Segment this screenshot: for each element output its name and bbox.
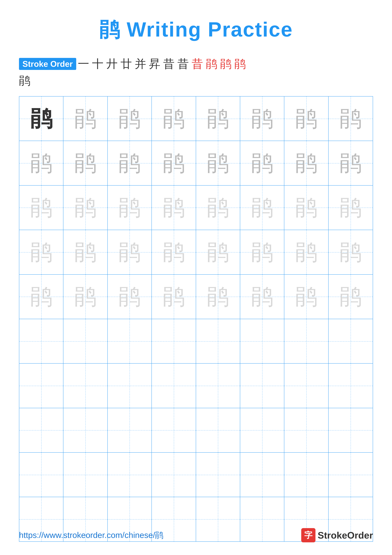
stroke-12: 鹃 bbox=[234, 56, 246, 72]
grid-cell-4-6: 鹃 bbox=[240, 230, 284, 274]
grid-cell-1-7: 鹃 bbox=[284, 96, 328, 141]
grid-cell-4-8: 鹃 bbox=[328, 230, 373, 274]
practice-char-light: 鹃 bbox=[30, 285, 52, 308]
footer-logo-text: StrokeOrder bbox=[318, 530, 373, 541]
grid-cell-9-3 bbox=[108, 453, 152, 497]
grid-cell-6-4 bbox=[152, 319, 196, 363]
grid-cell-8-8 bbox=[328, 408, 373, 452]
grid-cell-9-5 bbox=[196, 453, 240, 497]
grid-cell-1-6: 鹃 bbox=[240, 96, 284, 141]
stroke-10: 鹃 bbox=[206, 56, 217, 72]
grid-cell-8-3 bbox=[108, 408, 152, 452]
practice-grid: 鹃 鹃 鹃 鹃 鹃 鹃 鹃 鹃 鹃 鹃 鹃 鹃 鹃 鹃 鹃 鹃 鹃 鹃 鹃 鹃 … bbox=[19, 96, 373, 542]
grid-cell-3-4: 鹃 bbox=[152, 186, 196, 230]
grid-cell-1-8: 鹃 bbox=[328, 96, 373, 141]
stroke-1: 一 bbox=[78, 56, 89, 72]
grid-cell-2-6: 鹃 bbox=[240, 141, 284, 185]
practice-char-light: 鹃 bbox=[74, 285, 96, 308]
grid-cell-2-1: 鹃 bbox=[19, 141, 64, 185]
grid-cell-9-6 bbox=[240, 453, 284, 497]
grid-cell-6-3 bbox=[108, 319, 152, 363]
grid-cell-1-2: 鹃 bbox=[64, 96, 107, 141]
stroke-3: 廾 bbox=[106, 56, 118, 72]
grid-cell-4-2: 鹃 bbox=[64, 230, 107, 274]
grid-cell-4-3: 鹃 bbox=[108, 230, 152, 274]
page-title: 鹃 Writing Practice bbox=[99, 16, 293, 44]
practice-char-medium: 鹃 bbox=[30, 152, 52, 174]
grid-cell-3-5: 鹃 bbox=[196, 186, 240, 230]
practice-char-light: 鹃 bbox=[340, 241, 362, 263]
grid-cell-5-7: 鹃 bbox=[284, 275, 328, 319]
grid-cell-2-8: 鹃 bbox=[328, 141, 373, 185]
grid-cell-8-6 bbox=[240, 408, 284, 452]
stroke-4: 廿 bbox=[121, 56, 132, 72]
grid-cell-8-4 bbox=[152, 408, 196, 452]
grid-cell-4-7: 鹃 bbox=[284, 230, 328, 274]
grid-row-1: 鹃 鹃 鹃 鹃 鹃 鹃 鹃 鹃 bbox=[19, 96, 373, 141]
practice-char-light: 鹃 bbox=[295, 241, 317, 263]
grid-cell-8-7 bbox=[284, 408, 328, 452]
grid-cell-6-5 bbox=[196, 319, 240, 363]
grid-row-6 bbox=[19, 319, 373, 364]
footer-logo: 字 StrokeOrder bbox=[301, 528, 373, 542]
practice-char-medium: 鹃 bbox=[163, 108, 185, 130]
grid-row-9 bbox=[19, 453, 373, 497]
practice-char-light: 鹃 bbox=[163, 241, 185, 263]
practice-char-medium: 鹃 bbox=[295, 108, 317, 130]
stroke-8: 昔 bbox=[178, 56, 189, 72]
practice-char-dark: 鹃 bbox=[30, 108, 52, 130]
grid-cell-2-4: 鹃 bbox=[152, 141, 196, 185]
grid-cell-2-5: 鹃 bbox=[196, 141, 240, 185]
grid-cell-5-8: 鹃 bbox=[328, 275, 373, 319]
stroke-7: 昔 bbox=[163, 56, 175, 72]
stroke-11: 鹃 bbox=[220, 56, 231, 72]
stroke-2: 十 bbox=[92, 56, 103, 72]
practice-char-light: 鹃 bbox=[74, 197, 96, 219]
grid-cell-8-2 bbox=[64, 408, 107, 452]
practice-char-light: 鹃 bbox=[118, 197, 141, 219]
grid-cell-6-1 bbox=[19, 319, 64, 363]
grid-cell-8-1 bbox=[19, 408, 64, 452]
grid-row-8 bbox=[19, 408, 373, 453]
grid-cell-5-4: 鹃 bbox=[152, 275, 196, 319]
grid-cell-7-3 bbox=[108, 364, 152, 408]
practice-char-light: 鹃 bbox=[163, 285, 185, 308]
stroke-order-chars: 一 十 廾 廿 并 昇 昔 昔 昔 鹃 鹃 鹃 bbox=[78, 56, 246, 72]
grid-row-3: 鹃 鹃 鹃 鹃 鹃 鹃 鹃 鹃 bbox=[19, 186, 373, 230]
grid-cell-5-5: 鹃 bbox=[196, 275, 240, 319]
grid-cell-6-7 bbox=[284, 319, 328, 363]
footer-url[interactable]: https://www.strokeorder.com/chinese/鹃 bbox=[19, 530, 163, 541]
grid-cell-3-7: 鹃 bbox=[284, 186, 328, 230]
practice-char-medium: 鹃 bbox=[340, 108, 362, 130]
grid-row-5: 鹃 鹃 鹃 鹃 鹃 鹃 鹃 鹃 bbox=[19, 275, 373, 319]
grid-cell-9-7 bbox=[284, 453, 328, 497]
grid-cell-1-4: 鹃 bbox=[152, 96, 196, 141]
practice-char-light: 鹃 bbox=[207, 197, 229, 219]
practice-char-light: 鹃 bbox=[163, 197, 185, 219]
practice-char-medium: 鹃 bbox=[74, 152, 96, 174]
practice-char-medium: 鹃 bbox=[340, 152, 362, 174]
practice-char-light: 鹃 bbox=[30, 197, 52, 219]
grid-cell-5-2: 鹃 bbox=[64, 275, 107, 319]
grid-row-2: 鹃 鹃 鹃 鹃 鹃 鹃 鹃 鹃 bbox=[19, 141, 373, 185]
practice-char-light: 鹃 bbox=[340, 285, 362, 308]
practice-char-medium: 鹃 bbox=[251, 108, 273, 130]
grid-cell-1-3: 鹃 bbox=[108, 96, 152, 141]
practice-char-light: 鹃 bbox=[30, 241, 52, 263]
grid-cell-4-4: 鹃 bbox=[152, 230, 196, 274]
grid-cell-5-6: 鹃 bbox=[240, 275, 284, 319]
grid-cell-2-7: 鹃 bbox=[284, 141, 328, 185]
practice-char-medium: 鹃 bbox=[251, 152, 273, 174]
grid-cell-5-3: 鹃 bbox=[108, 275, 152, 319]
practice-char-medium: 鹃 bbox=[118, 108, 141, 130]
grid-cell-5-1: 鹃 bbox=[19, 275, 64, 319]
stroke-9: 昔 bbox=[192, 56, 203, 72]
stroke-5: 并 bbox=[135, 56, 146, 72]
grid-cell-7-1 bbox=[19, 364, 64, 408]
grid-cell-2-2: 鹃 bbox=[64, 141, 107, 185]
grid-cell-7-5 bbox=[196, 364, 240, 408]
grid-row-7 bbox=[19, 364, 373, 408]
grid-cell-9-8 bbox=[328, 453, 373, 497]
page: 鹃 Writing Practice Stroke Order 一 十 廾 廿 … bbox=[0, 0, 392, 555]
practice-char-medium: 鹃 bbox=[207, 152, 229, 174]
